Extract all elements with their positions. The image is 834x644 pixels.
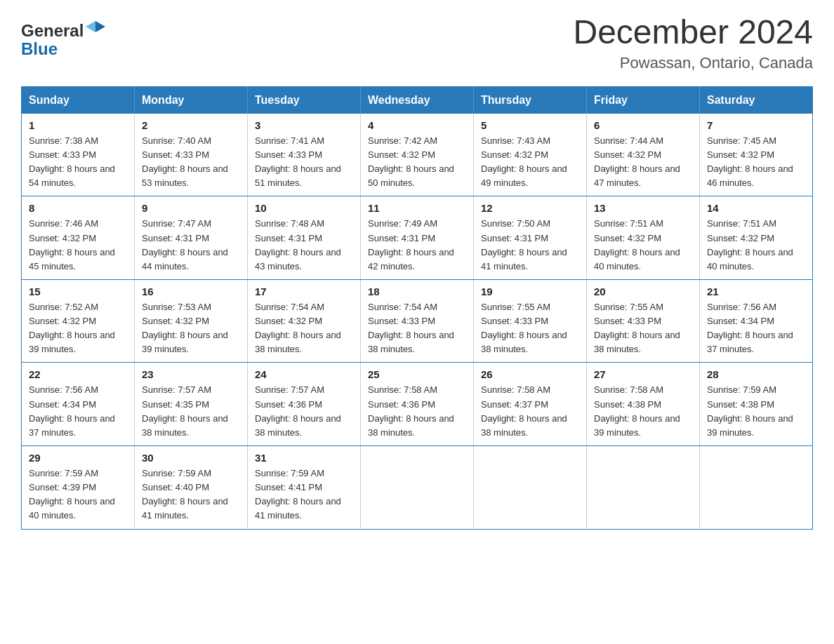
calendar-day-cell: 8 Sunrise: 7:46 AMSunset: 4:32 PMDayligh… (22, 196, 135, 280)
calendar-day-header: Saturday (700, 86, 813, 114)
calendar-day-cell: 17 Sunrise: 7:54 AMSunset: 4:32 PMDaylig… (248, 279, 361, 363)
day-number: 4 (368, 119, 466, 131)
title-area: December 2024 Powassan, Ontario, Canada (573, 14, 813, 72)
calendar-day-cell: 20 Sunrise: 7:55 AMSunset: 4:33 PMDaylig… (587, 279, 700, 363)
day-number: 22 (29, 368, 127, 380)
logo-blue-text: Blue (21, 39, 58, 59)
day-number: 25 (368, 368, 466, 380)
calendar-day-cell: 22 Sunrise: 7:56 AMSunset: 4:34 PMDaylig… (22, 363, 135, 446)
day-number: 1 (29, 119, 127, 131)
day-info: Sunrise: 7:54 AMSunset: 4:32 PMDaylight:… (255, 300, 353, 357)
calendar-day-header: Monday (135, 86, 248, 114)
calendar-day-cell: 13 Sunrise: 7:51 AMSunset: 4:32 PMDaylig… (587, 196, 700, 280)
day-info: Sunrise: 7:40 AMSunset: 4:33 PMDaylight:… (142, 134, 240, 191)
day-number: 23 (142, 368, 240, 380)
day-number: 10 (255, 202, 353, 214)
day-info: Sunrise: 7:55 AMSunset: 4:33 PMDaylight:… (481, 300, 579, 357)
day-number: 27 (594, 368, 692, 380)
calendar-day-cell: 9 Sunrise: 7:47 AMSunset: 4:31 PMDayligh… (135, 196, 248, 280)
calendar-day-cell: 6 Sunrise: 7:44 AMSunset: 4:32 PMDayligh… (587, 114, 700, 196)
calendar-day-cell: 25 Sunrise: 7:58 AMSunset: 4:36 PMDaylig… (361, 363, 474, 446)
calendar-day-cell: 7 Sunrise: 7:45 AMSunset: 4:32 PMDayligh… (700, 114, 813, 196)
calendar-day-cell: 15 Sunrise: 7:52 AMSunset: 4:32 PMDaylig… (22, 279, 135, 363)
calendar-day-cell: 27 Sunrise: 7:58 AMSunset: 4:38 PMDaylig… (587, 363, 700, 446)
svg-marker-1 (86, 21, 95, 32)
day-info: Sunrise: 7:56 AMSunset: 4:34 PMDaylight:… (707, 300, 805, 357)
day-info: Sunrise: 7:42 AMSunset: 4:32 PMDaylight:… (368, 134, 466, 191)
calendar-day-cell: 24 Sunrise: 7:57 AMSunset: 4:36 PMDaylig… (248, 363, 361, 446)
calendar-day-cell: 1 Sunrise: 7:38 AMSunset: 4:33 PMDayligh… (22, 114, 135, 196)
day-info: Sunrise: 7:58 AMSunset: 4:37 PMDaylight:… (481, 383, 579, 440)
calendar-day-header: Tuesday (248, 86, 361, 114)
calendar-week-row: 22 Sunrise: 7:56 AMSunset: 4:34 PMDaylig… (22, 363, 813, 446)
day-number: 31 (255, 452, 353, 464)
calendar-day-cell: 4 Sunrise: 7:42 AMSunset: 4:32 PMDayligh… (361, 114, 474, 196)
day-number: 11 (368, 202, 466, 214)
day-info: Sunrise: 7:50 AMSunset: 4:31 PMDaylight:… (481, 217, 579, 274)
day-number: 15 (29, 286, 127, 297)
day-info: Sunrise: 7:49 AMSunset: 4:31 PMDaylight:… (368, 217, 466, 274)
calendar-week-row: 1 Sunrise: 7:38 AMSunset: 4:33 PMDayligh… (22, 114, 813, 196)
page-header: General Blue December 2024 Powassan, Ont… (21, 14, 813, 72)
calendar-day-cell: 3 Sunrise: 7:41 AMSunset: 4:33 PMDayligh… (248, 114, 361, 196)
day-number: 17 (255, 286, 353, 297)
day-info: Sunrise: 7:47 AMSunset: 4:31 PMDaylight:… (142, 217, 240, 274)
calendar-day-cell: 12 Sunrise: 7:50 AMSunset: 4:31 PMDaylig… (474, 196, 587, 280)
logo-flag-icon (86, 20, 105, 39)
calendar-day-cell: 5 Sunrise: 7:43 AMSunset: 4:32 PMDayligh… (474, 114, 587, 196)
calendar-week-row: 29 Sunrise: 7:59 AMSunset: 4:39 PMDaylig… (22, 446, 813, 530)
day-info: Sunrise: 7:51 AMSunset: 4:32 PMDaylight:… (594, 217, 692, 274)
calendar-day-header: Friday (587, 86, 700, 114)
day-number: 28 (707, 368, 805, 380)
day-number: 26 (481, 368, 579, 380)
calendar-day-cell: 26 Sunrise: 7:58 AMSunset: 4:37 PMDaylig… (474, 363, 587, 446)
day-info: Sunrise: 7:59 AMSunset: 4:39 PMDaylight:… (29, 467, 127, 523)
day-number: 18 (368, 286, 466, 297)
logo: General Blue (21, 14, 105, 59)
day-info: Sunrise: 7:59 AMSunset: 4:41 PMDaylight:… (255, 467, 353, 523)
day-number: 29 (29, 452, 127, 464)
day-info: Sunrise: 7:57 AMSunset: 4:36 PMDaylight:… (255, 383, 353, 440)
page-title: December 2024 (573, 14, 813, 51)
calendar-day-header: Thursday (474, 86, 587, 114)
day-number: 14 (707, 202, 805, 214)
day-number: 21 (707, 286, 805, 297)
day-number: 7 (707, 119, 805, 131)
calendar-day-cell: 19 Sunrise: 7:55 AMSunset: 4:33 PMDaylig… (474, 279, 587, 363)
day-info: Sunrise: 7:46 AMSunset: 4:32 PMDaylight:… (29, 217, 127, 274)
day-number: 24 (255, 368, 353, 380)
day-number: 5 (481, 119, 579, 131)
day-number: 19 (481, 286, 579, 297)
day-number: 12 (481, 202, 579, 214)
calendar-day-header: Wednesday (361, 86, 474, 114)
day-info: Sunrise: 7:51 AMSunset: 4:32 PMDaylight:… (707, 217, 805, 274)
calendar-day-cell: 23 Sunrise: 7:57 AMSunset: 4:35 PMDaylig… (135, 363, 248, 446)
calendar-day-cell: 2 Sunrise: 7:40 AMSunset: 4:33 PMDayligh… (135, 114, 248, 196)
day-info: Sunrise: 7:41 AMSunset: 4:33 PMDaylight:… (255, 134, 353, 191)
day-number: 13 (594, 202, 692, 214)
calendar-day-cell: 18 Sunrise: 7:54 AMSunset: 4:33 PMDaylig… (361, 279, 474, 363)
page-subtitle: Powassan, Ontario, Canada (573, 54, 813, 72)
calendar-day-cell (474, 446, 587, 530)
day-number: 9 (142, 202, 240, 214)
day-info: Sunrise: 7:58 AMSunset: 4:38 PMDaylight:… (594, 383, 692, 440)
day-info: Sunrise: 7:56 AMSunset: 4:34 PMDaylight:… (29, 383, 127, 440)
calendar-day-cell: 31 Sunrise: 7:59 AMSunset: 4:41 PMDaylig… (248, 446, 361, 530)
svg-marker-0 (95, 21, 105, 32)
day-number: 16 (142, 286, 240, 297)
calendar-week-row: 15 Sunrise: 7:52 AMSunset: 4:32 PMDaylig… (22, 279, 813, 363)
calendar-day-cell: 29 Sunrise: 7:59 AMSunset: 4:39 PMDaylig… (22, 446, 135, 530)
calendar-day-cell: 16 Sunrise: 7:53 AMSunset: 4:32 PMDaylig… (135, 279, 248, 363)
calendar-day-cell (700, 446, 813, 530)
day-info: Sunrise: 7:44 AMSunset: 4:32 PMDaylight:… (594, 134, 692, 191)
calendar-day-header: Sunday (22, 86, 135, 114)
calendar-day-cell (587, 446, 700, 530)
logo-general-text: General (21, 21, 84, 41)
day-info: Sunrise: 7:58 AMSunset: 4:36 PMDaylight:… (368, 383, 466, 440)
day-number: 6 (594, 119, 692, 131)
day-info: Sunrise: 7:57 AMSunset: 4:35 PMDaylight:… (142, 383, 240, 440)
calendar-day-cell: 28 Sunrise: 7:59 AMSunset: 4:38 PMDaylig… (700, 363, 813, 446)
day-info: Sunrise: 7:45 AMSunset: 4:32 PMDaylight:… (707, 134, 805, 191)
calendar-day-cell: 21 Sunrise: 7:56 AMSunset: 4:34 PMDaylig… (700, 279, 813, 363)
day-number: 8 (29, 202, 127, 214)
